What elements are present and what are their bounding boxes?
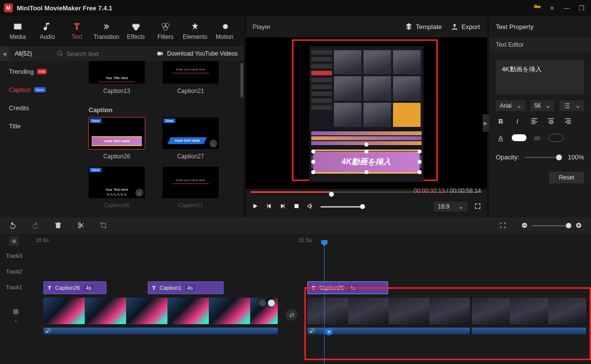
caption-thumbnail-selected[interactable]: New YOUR TEXT HERE <box>89 118 145 149</box>
tab-media[interactable]: Media <box>3 22 33 40</box>
split-button[interactable] <box>77 221 85 231</box>
crop-button[interactable] <box>99 221 107 231</box>
search-input[interactable]: Search text <box>57 50 152 58</box>
video-clip[interactable] <box>43 298 278 324</box>
line-spacing-icon <box>563 102 570 109</box>
download-youtube-link[interactable]: Download YouTube Videos <box>156 50 237 57</box>
audio-waveform[interactable]: 🔊 <box>43 328 278 334</box>
caption-label: Caption21 <box>177 88 204 94</box>
panel-subtitle: Text Editor <box>496 41 524 48</box>
caption-thumbnail[interactable]: Enter your name here <box>163 61 219 84</box>
panel-title: Text Property <box>496 23 534 30</box>
app-logo: M <box>4 3 13 12</box>
download-icon[interactable]: ↓ <box>135 189 143 197</box>
reset-button[interactable]: Reset <box>549 172 584 183</box>
caption-thumbnail[interactable]: New Your Text Here ∿∿∿∿∿∿ ↓ <box>89 167 145 198</box>
caption-thumbnail[interactable]: Enter your name here <box>163 167 219 198</box>
highlight-button[interactable]: ab <box>532 133 542 143</box>
minimize-icon[interactable]: — <box>561 4 572 12</box>
align-right-button[interactable] <box>563 116 573 126</box>
svg-rect-9 <box>523 225 526 225</box>
timeline-playhead[interactable] <box>324 244 325 364</box>
redo-button[interactable] <box>32 221 39 231</box>
line-spacing-dropdown[interactable]: ⌄ <box>559 100 584 111</box>
volume-icon[interactable] <box>307 203 314 211</box>
tab-motion[interactable]: Motion <box>210 22 239 40</box>
tab-effects[interactable]: Effects <box>121 22 151 40</box>
text-color-swatch[interactable] <box>512 134 526 141</box>
time-duration: 00:00:58.14 <box>450 187 481 194</box>
category-title[interactable]: Title <box>9 122 78 130</box>
zoom-fit-button[interactable] <box>499 222 506 230</box>
volume-slider[interactable] <box>321 206 365 208</box>
time-marker: 18.9s <box>35 237 49 243</box>
aspect-ratio-dropdown[interactable]: 16:9⌄ <box>434 202 467 212</box>
chevron-down-icon: ⌄ <box>575 102 580 109</box>
fullscreen-button[interactable] <box>474 203 481 211</box>
caption-thumbnail[interactable]: New YOUR TEXT HERE ↓ <box>163 118 219 149</box>
svg-point-2 <box>134 26 138 30</box>
undo-button[interactable] <box>9 221 17 231</box>
search-icon <box>57 50 64 57</box>
tab-elements[interactable]: Elements <box>180 22 210 40</box>
menu-icon[interactable]: ≡ <box>547 4 558 12</box>
italic-button[interactable]: I <box>513 116 523 126</box>
bold-button[interactable]: B <box>496 116 506 126</box>
stop-button[interactable] <box>293 203 300 211</box>
app-title: MiniTool MovieMaker Free 7.4.1 <box>17 4 112 12</box>
category-caption[interactable]: CaptionNew <box>9 86 78 93</box>
next-frame-button[interactable] <box>279 203 286 211</box>
zoom-in-button[interactable] <box>575 222 582 230</box>
delete-button[interactable] <box>54 221 62 231</box>
highlight-color-swatch[interactable] <box>548 134 564 142</box>
tab-text[interactable]: Text <box>62 22 92 40</box>
opacity-label: Opacity: <box>496 153 520 161</box>
play-button[interactable] <box>252 203 259 211</box>
upgrade-key-icon[interactable] <box>532 3 543 13</box>
timeline-clip[interactable]: Caption14s <box>148 281 224 294</box>
add-track-button[interactable]: ⊕ <box>9 236 19 246</box>
tab-audio[interactable]: Audio <box>33 22 62 40</box>
tab-transition[interactable]: Transition <box>92 22 121 40</box>
camera-icon <box>156 50 164 57</box>
caption-label: Caption21 <box>178 202 203 208</box>
font-family-dropdown[interactable]: Arial⌄ <box>496 100 525 111</box>
caption-label: Caption28 <box>104 202 129 208</box>
font-size-dropdown[interactable]: 56⌄ <box>530 100 555 111</box>
export-button[interactable]: Export <box>451 23 480 30</box>
caption-label: Caption27 <box>177 153 204 160</box>
time-current: 00:00:32:13 <box>414 187 445 194</box>
text-clip-icon <box>47 285 52 291</box>
align-center-button[interactable] <box>546 116 556 126</box>
maximize-icon[interactable]: ❐ <box>576 4 587 12</box>
tab-filters[interactable]: Filters <box>151 22 180 40</box>
text-content-input[interactable]: 4K動画を挿入 <box>496 60 584 94</box>
annotation-highlight <box>304 287 591 360</box>
opacity-slider[interactable] <box>525 157 561 158</box>
panel-collapse-icon[interactable]: ▶ <box>483 114 489 132</box>
zoom-out-button[interactable] <box>521 222 528 230</box>
swap-clips-button[interactable]: ⇄ <box>286 309 297 321</box>
video-preview: 4K動画を挿入 <box>309 46 424 182</box>
player-canvas[interactable]: 4K動画を挿入 <box>246 37 487 189</box>
category-all[interactable]: All(52) <box>14 50 32 57</box>
zoom-slider[interactable] <box>532 225 571 226</box>
template-icon <box>405 23 413 30</box>
time-marker: 31.5s <box>298 237 312 243</box>
speaker-icon[interactable]: 🔊 <box>45 328 51 334</box>
prev-frame-button[interactable] <box>265 203 272 211</box>
download-icon[interactable]: ↓ <box>209 140 217 148</box>
sidebar-collapse-icon[interactable]: ◀ <box>0 46 9 61</box>
caption-thumbnail[interactable]: Your Title Here <box>89 61 145 84</box>
template-button[interactable]: Template <box>405 23 442 30</box>
align-left-button[interactable] <box>529 116 539 126</box>
vertical-scrollbar[interactable] <box>240 63 243 97</box>
video-track-icon[interactable]: ▦ <box>13 307 19 315</box>
timeline-clip[interactable]: Caption264s <box>43 281 106 294</box>
category-trending[interactable]: TrendingHot <box>9 68 78 75</box>
category-credits[interactable]: Credits <box>9 104 78 112</box>
track-lock-icon[interactable]: ⫞ <box>14 318 17 324</box>
text-overlay-box[interactable]: 4K動画を挿入 <box>313 152 420 172</box>
delete-marker[interactable]: ✕ <box>325 328 333 335</box>
font-color-button[interactable]: A <box>496 133 506 143</box>
